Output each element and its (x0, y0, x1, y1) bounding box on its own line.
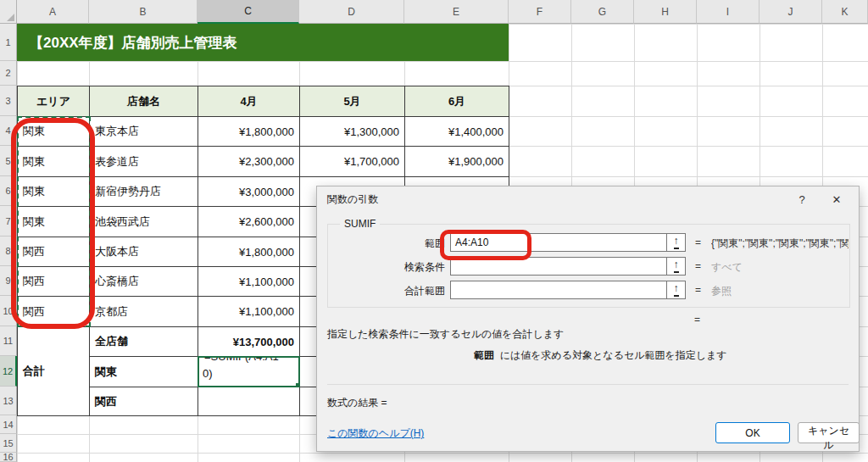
cell-C9[interactable]: ¥1,100,000 (198, 266, 300, 297)
sheet-title: 【20XX年度】店舗別売上管理表 (17, 24, 509, 61)
cell-B11[interactable]: 全店舗 (89, 326, 198, 357)
cell-C7[interactable]: ¥2,600,000 (198, 206, 300, 237)
close-icon[interactable]: ✕ (825, 190, 849, 209)
row-header-1[interactable]: 1 (0, 24, 17, 61)
column-header-A[interactable]: A (17, 0, 89, 24)
cell-D4[interactable]: ¥1,300,000 (299, 116, 405, 147)
cell-B9[interactable]: 心斎橋店 (89, 266, 198, 297)
table-header-6月[interactable]: 6月 (404, 86, 509, 117)
cell-A11-total-label[interactable]: 合計 (17, 326, 90, 416)
column-header-H[interactable]: H (634, 0, 697, 24)
function-help-link[interactable]: この関数のヘルプ(H) (327, 426, 424, 441)
row-header-11[interactable]: 11 (0, 326, 17, 356)
cell-A4[interactable]: 関東 (17, 116, 90, 147)
cell-A6[interactable]: 関東 (17, 176, 90, 207)
function-arguments-dialog: 関数の引数 ? ✕ SUMIF 範囲 A4:A10 ↑ = {"関東";"関東"… (316, 186, 860, 452)
cell-A9[interactable]: 関西 (17, 266, 90, 297)
column-header-E[interactable]: E (404, 0, 509, 24)
dialog-help-icon[interactable]: ? (791, 190, 813, 209)
collapse-dialog-button[interactable]: ↑ (666, 281, 685, 298)
range-label: 範囲 (328, 237, 445, 251)
row-header-9[interactable]: 9 (0, 266, 17, 296)
collapse-arrow-icon: ↑ (674, 237, 679, 249)
column-header-I[interactable]: I (697, 0, 760, 24)
cell-C5[interactable]: ¥2,300,000 (198, 146, 300, 177)
row-header-12[interactable]: 12 (0, 356, 17, 387)
table-header-エリア[interactable]: エリア (17, 86, 90, 117)
range-field-row: 範囲 A4:A10 ↑ = {"関東";"関東";"関東";"関東";"関西";… (328, 233, 849, 252)
range-result-preview: {"関東";"関東";"関東";"関東";"関西";"関... (711, 237, 849, 251)
range-input[interactable]: A4:A10 ↑ (450, 233, 686, 252)
select-all-button[interactable] (0, 0, 17, 24)
column-header-B[interactable]: B (89, 0, 198, 24)
cell-C6[interactable]: ¥3,000,000 (198, 176, 300, 207)
collapse-arrow-icon: ↑ (674, 284, 679, 297)
row-header-10[interactable]: 10 (0, 296, 17, 326)
row-header-8[interactable]: 8 (0, 237, 17, 266)
editing-formula-partial: =SUMIF(A4:A1 (204, 356, 279, 363)
cell-B7[interactable]: 池袋西武店 (89, 206, 198, 237)
cell-C13[interactable] (198, 387, 300, 416)
column-header-D[interactable]: D (299, 0, 404, 24)
cell-B8[interactable]: 大阪本店 (89, 237, 198, 267)
row-header-16[interactable]: 16 (0, 453, 17, 462)
column-header-F[interactable]: F (509, 0, 571, 24)
cell-E5[interactable]: ¥1,900,000 (404, 146, 509, 177)
criteria-field-row: 検索条件 ↑ = すべて (328, 257, 849, 276)
cell-A7[interactable]: 関東 (17, 206, 90, 237)
ok-button[interactable]: OK (715, 422, 790, 443)
table-header-4月[interactable]: 4月 (198, 86, 300, 117)
cancel-button[interactable]: キャンセル (798, 422, 860, 443)
criteria-input[interactable]: ↑ (450, 257, 686, 276)
argument-help-text: 範囲 には値を求める対象となるセル範囲を指定します (474, 348, 727, 363)
collapse-arrow-icon: ↑ (674, 260, 679, 273)
cell-D5[interactable]: ¥1,700,000 (299, 146, 405, 177)
sumrange-input[interactable]: ↑ (450, 281, 686, 299)
cell-B13[interactable]: 関西 (89, 387, 198, 416)
range-value[interactable]: A4:A10 (451, 234, 666, 251)
editing-cell-C12[interactable]: =SUMIF(A4:A1 0) (198, 356, 300, 387)
cell-A8[interactable]: 関西 (17, 237, 90, 267)
sumrange-result-preview: 参照 (711, 284, 849, 298)
table-header-5月[interactable]: 5月 (299, 86, 405, 117)
row-header-3[interactable]: 3 (0, 86, 17, 116)
cell-C10[interactable]: ¥1,100,000 (198, 296, 300, 327)
cell-C11[interactable]: ¥13,700,000 (198, 326, 300, 357)
row-header-15[interactable]: 15 (0, 434, 17, 453)
cell-B10[interactable]: 京都店 (89, 296, 198, 327)
sumrange-field-row: 合計範囲 ↑ = 参照 (328, 281, 849, 299)
function-name-label: SUMIF (340, 218, 380, 230)
cell-B4[interactable]: 東京本店 (89, 116, 198, 147)
collapse-dialog-button[interactable]: ↑ (666, 234, 685, 251)
sumif-arguments-group: SUMIF 範囲 A4:A10 ↑ = {"関東";"関東";"関東";"関東"… (327, 224, 850, 308)
column-header-G[interactable]: G (571, 0, 634, 24)
column-header-C[interactable]: C (198, 0, 299, 24)
cell-B12[interactable]: 関東 (89, 356, 198, 387)
fill-handle[interactable] (296, 383, 299, 387)
cell-E4[interactable]: ¥1,400,000 (404, 116, 509, 147)
criteria-label: 検索条件 (328, 260, 445, 275)
row-header-13[interactable]: 13 (0, 387, 17, 415)
formula-result-label: 数式の結果 = (327, 396, 387, 410)
cell-B6[interactable]: 新宿伊勢丹店 (89, 176, 198, 207)
table-header-店舗名[interactable]: 店舗名 (89, 86, 198, 117)
cell-C4[interactable]: ¥1,800,000 (198, 116, 300, 147)
sumrange-label: 合計範囲 (328, 284, 445, 298)
column-header-J[interactable]: J (760, 0, 822, 24)
criteria-result-preview: すべて (711, 260, 849, 275)
row-header-7[interactable]: 7 (0, 206, 17, 237)
cell-A10[interactable]: 関西 (17, 296, 90, 327)
row-header-6[interactable]: 6 (0, 176, 17, 206)
cell-A5[interactable]: 関東 (17, 146, 90, 177)
collapse-dialog-button[interactable]: ↑ (666, 258, 685, 275)
row-header-2[interactable]: 2 (0, 61, 17, 86)
sumrange-value[interactable] (451, 281, 666, 298)
cell-B5[interactable]: 表参道店 (89, 146, 198, 177)
row-header-5[interactable]: 5 (0, 146, 17, 176)
criteria-value[interactable] (451, 258, 666, 275)
column-header-K[interactable]: K (822, 0, 868, 24)
equals-sign: = (695, 237, 701, 248)
cell-C8[interactable]: ¥1,800,000 (198, 237, 300, 267)
row-header-14[interactable]: 14 (0, 415, 17, 434)
row-header-4[interactable]: 4 (0, 116, 17, 146)
